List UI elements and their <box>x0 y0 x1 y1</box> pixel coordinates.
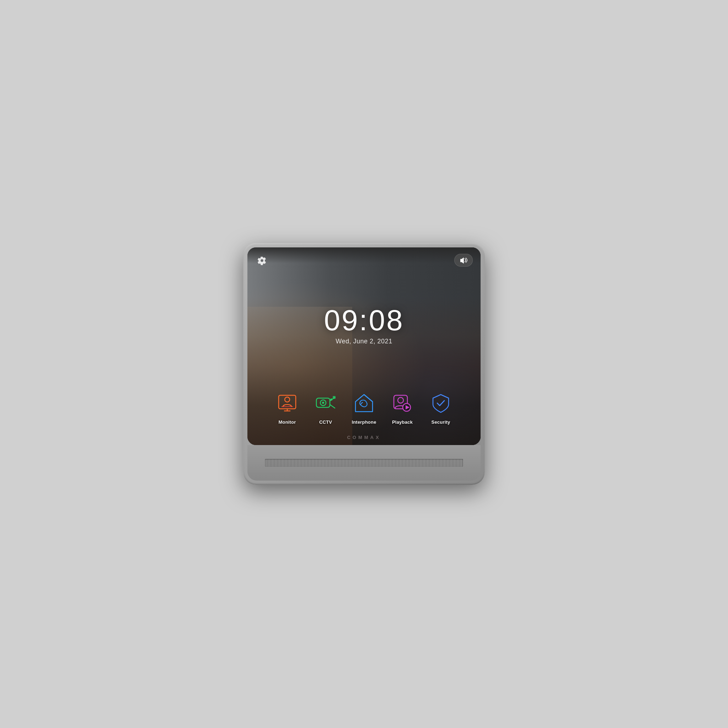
interphone-icon-wrap <box>351 390 377 416</box>
svg-point-2 <box>285 397 290 402</box>
svg-rect-9 <box>333 396 336 399</box>
app-grid: Monitor <box>248 390 480 435</box>
app-security[interactable]: Security <box>427 390 455 425</box>
playback-icon <box>390 391 414 415</box>
security-icon <box>429 391 453 415</box>
brand-name: COMMAX <box>347 435 381 440</box>
app-playback[interactable]: Playback <box>388 390 417 425</box>
security-icon-wrap <box>428 390 454 416</box>
app-interphone[interactable]: Interphone <box>350 390 378 425</box>
bottom-panel <box>248 445 480 480</box>
cctv-label: CCTV <box>319 419 332 425</box>
monitor-label: Monitor <box>278 419 296 425</box>
date-display: Wed, June 2, 2021 <box>336 338 392 345</box>
monitor-icon <box>275 391 299 415</box>
interphone-icon <box>352 391 376 415</box>
playback-label: Playback <box>392 419 413 425</box>
brand-bar: COMMAX <box>248 435 480 445</box>
svg-point-12 <box>398 398 404 403</box>
app-monitor[interactable]: Monitor <box>273 390 301 425</box>
monitor-icon-wrap <box>274 390 300 416</box>
screen: 09:08 Wed, June 2, 2021 <box>248 248 480 445</box>
interphone-label: Interphone <box>352 419 376 425</box>
app-cctv[interactable]: CCTV <box>311 390 340 425</box>
playback-icon-wrap <box>390 390 415 416</box>
screen-content: 09:08 Wed, June 2, 2021 <box>248 248 480 445</box>
clock-area: 09:08 Wed, June 2, 2021 <box>248 260 480 390</box>
cctv-icon-wrap <box>313 390 338 416</box>
time-display: 09:08 <box>324 306 404 335</box>
svg-point-10 <box>330 399 332 401</box>
device: 09:08 Wed, June 2, 2021 <box>243 243 485 485</box>
cctv-icon <box>314 391 338 415</box>
svg-point-8 <box>322 402 324 404</box>
security-label: Security <box>431 419 450 425</box>
speaker-grille <box>265 459 463 467</box>
